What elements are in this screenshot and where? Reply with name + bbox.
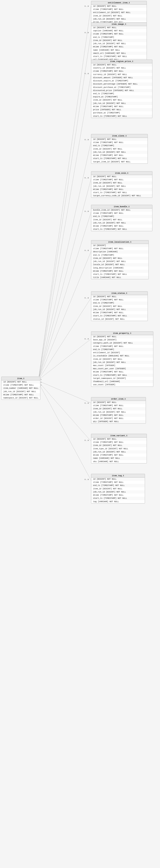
- table-row: end_ts [TIMESTAMP]: [91, 92, 152, 95]
- table-row: job_run_id [BIGINT] NOT NULL: [91, 451, 147, 454]
- table-row: use_count [INTEGER]: [91, 383, 153, 386]
- table-row: ctime [TIMESTAMP] NOT NULL: [1, 383, 40, 387]
- table-row: item_id [BIGINT] NOT NULL: [91, 218, 152, 221]
- table-row: end_ts [TIMESTAMP]: [91, 215, 152, 218]
- table-row: sku [VARCHAR] NOT NULL: [91, 460, 147, 463]
- table-row: end_ts [TIMESTAMP]: [91, 302, 148, 305]
- table-order-item-t: order_item_t id [BIGINT] NOT NULL ctime …: [91, 397, 146, 424]
- table-row: item_id [BIGINT] NOT NULL: [91, 98, 152, 102]
- table-row: id [BIGINT] NOT NULL: [91, 401, 146, 404]
- table-item-property-t-header: item_property_t: [91, 332, 153, 335]
- table-title: item_status_t: [112, 292, 127, 294]
- table-row: start_ts [TIMESTAMP] NOT NULL: [91, 55, 147, 58]
- table-order-item-t-header: order_item_t: [91, 397, 146, 401]
- table-row: name [VARCHAR] NOT NULL: [91, 49, 147, 52]
- table-row: start_ts [TIMESTAMP] NOT NULL: [91, 374, 153, 377]
- table-row: name [VARCHAR] NOT NULL: [91, 457, 147, 460]
- table-row: end_ts [TIMESTAMP] NOT NULL: [91, 484, 145, 487]
- table-row: end_ts [TIMESTAMP]: [91, 144, 148, 147]
- table-row: item_id [BIGINT] NOT NULL: [91, 407, 146, 410]
- table-item-localization-t-header: item_localization_t: [91, 240, 149, 244]
- table-item-t-header: item_t: [1, 377, 40, 380]
- table-row: start_ts [TIMESTAMP] NOT NULL: [91, 497, 145, 500]
- table-row: small_url [VARCHAR] NOT NULL: [91, 52, 147, 55]
- cardinality-label-one: 1: [41, 381, 42, 383]
- table-row: start_ts [TIMESTAMP] NOT NULL: [91, 273, 149, 276]
- table-row: ctime [TIMESTAMP] NOT NULL: [91, 178, 152, 181]
- table-row: ctime [TIMESTAMP] NOT NULL: [91, 8, 147, 11]
- table-row: id [BIGINT] NOT NULL: [1, 380, 40, 383]
- table-row: namespace_id [BIGINT] NOT NULL: [1, 396, 40, 400]
- table-row: id [BIGINT] NOT NULL: [91, 5, 147, 8]
- table-row: id [BIGINT] NOT NULL: [91, 335, 153, 338]
- diagram-canvas: item_t id [BIGINT] NOT NULL ctime [TIMES…: [0, 0, 160, 868]
- table-entitlement-item-t-header: entitlement_item_t: [91, 1, 147, 5]
- table-row: bundle_item_id [BIGINT] NOT NULL: [91, 209, 152, 212]
- table-row: id [BIGINT] NOT NULL: [91, 175, 152, 178]
- table-title: item_tag_t: [112, 474, 124, 477]
- table-row: base_app_id [BIGINT]: [91, 338, 153, 341]
- cardinality-label: 0..N: [85, 72, 89, 75]
- table-row: item_id [BIGINT] NOT NULL: [91, 444, 147, 447]
- table-row: item_number [VARCHAR] NOT NULL: [1, 387, 40, 390]
- table-item-status-t: item_status_t id [BIGINT] NOT NULL ctime…: [91, 291, 148, 321]
- table-item-tag-t: item_tag_t id [BIGINT] NOT NULL ctime [T…: [91, 474, 145, 503]
- table-row: item_id [BIGINT] NOT NULL: [91, 487, 145, 490]
- table-row: discount_purchase_at [TIMESTAMP]: [91, 86, 152, 89]
- table-row: ctime [TIMESTAMP] NOT NULL: [91, 441, 147, 444]
- table-row: item_id [BIGINT] NOT NULL: [91, 14, 147, 18]
- table-row: job_run_id [BIGINT] NOT NULL: [91, 490, 145, 494]
- table-row: ctime [TIMESTAMP] NOT NULL: [91, 70, 152, 73]
- table-row: price [INTEGER] NOT NULL: [91, 108, 152, 111]
- svg-line-5: [38, 212, 91, 380]
- table-row: id [BIGINT] NOT NULL: [91, 63, 152, 66]
- table-row: job_run_id [BIGINT] NOT NULL: [91, 151, 148, 154]
- table-row: caption [VARCHAR] NOT NULL: [91, 29, 147, 32]
- table-row: title [VARCHAR] NOT NULL: [91, 276, 149, 279]
- table-row: item_id [BIGINT] NOT NULL: [91, 305, 148, 308]
- table-row: ctime [TIMESTAMP] NOT NULL: [91, 345, 153, 348]
- cardinality-label: 0..N: [85, 5, 89, 7]
- table-row: ctime [TIMESTAMP] NOT NULL: [91, 32, 147, 36]
- table-item-image-t-header: item_image_t: [91, 23, 147, 26]
- table-row: ctime [TIMESTAMP] NOT NULL: [91, 247, 149, 250]
- cardinality-label: 0..N: [85, 338, 89, 340]
- table-row: id [BIGINT]: [91, 244, 149, 247]
- cardinality-label: 0..N: [85, 210, 89, 212]
- svg-line-6: [38, 251, 91, 380]
- table-item-image-t: item_image_t id [BIGINT] NOT NULL captio…: [91, 22, 147, 61]
- table-title: item_localization_t: [108, 241, 131, 243]
- table-row: ctime [TIMESTAMP] NOT NULL: [91, 298, 148, 302]
- table-row: category_path_id [BIGINT] NOT NULL: [91, 341, 153, 345]
- table-row: item_id [BIGINT] NOT NULL: [91, 181, 152, 185]
- table-row: job_run_id [BIGINT] NOT NULL: [91, 185, 152, 188]
- table-row: item_id [BIGINT] NOT NULL: [91, 358, 153, 361]
- table-item-region-price-t: item_region_price_t id [BIGINT] NOT NULL…: [91, 60, 152, 118]
- table-title: item_coin_t: [115, 172, 129, 174]
- table-row: max_count_per_user [INTEGER]: [91, 367, 153, 370]
- table-title: item_image_t: [112, 23, 126, 25]
- table-row: long_description [VARCHAR]: [91, 267, 149, 270]
- table-row: discount_expire_at [TIMESTAMP]: [91, 79, 152, 83]
- table-title: item_property_t: [113, 332, 131, 334]
- cardinality-label: 0..N: [85, 177, 89, 179]
- table-row: mtime [TIMESTAMP] NOT NULL: [91, 105, 152, 108]
- table-item-bundle-t: item_bundle_t bundle_item_id [BIGINT] NO…: [91, 205, 152, 231]
- cardinality-label: 0..N: [85, 439, 89, 441]
- table-row: mtime [TIMESTAMP] NOT NULL: [91, 45, 147, 49]
- table-row: job_run_id [BIGINT] NOT NULL: [91, 102, 152, 105]
- svg-line-8: [38, 339, 91, 380]
- cardinality-label-one: 1: [41, 378, 42, 380]
- table-row: job_run_id [BIGINT] NOT NULL: [91, 410, 146, 414]
- table-row: job_run_id [BIGINT] NOT NULL: [91, 308, 148, 311]
- table-item-tag-t-header: item_tag_t: [91, 474, 145, 477]
- table-item-region-price-t-header: item_region_price_t: [91, 60, 152, 63]
- table-row: discounted_price [INTEGER] NOT NULL: [91, 89, 152, 92]
- table-row: mtime [TIMESTAMP] NOT NULL: [91, 188, 152, 191]
- table-row: mtime [TIMESTAMP] NOT NULL: [91, 414, 146, 417]
- table-title: order_item_t: [111, 398, 126, 400]
- table-row: target_item_id [BIGINT] NOT NULL: [91, 160, 148, 163]
- cardinality-label-one: 1: [41, 384, 42, 386]
- table-row: tag [VARCHAR] NOT NULL: [91, 500, 145, 503]
- table-title: item_bundle_t: [114, 206, 130, 208]
